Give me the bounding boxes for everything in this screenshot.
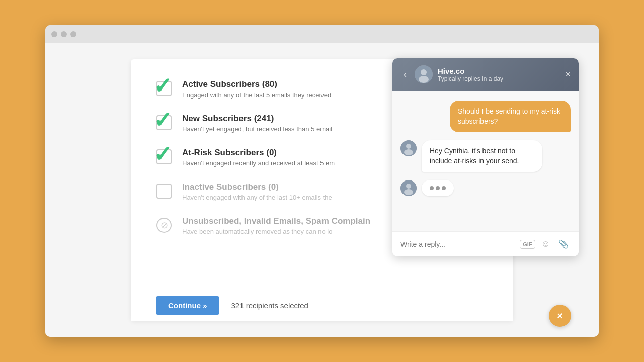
message-bubble-bot-1: Hey Cynthia, it's best not to include at… <box>422 140 542 172</box>
checkbox-active[interactable]: ✓ <box>156 80 172 97</box>
chat-input[interactable] <box>400 240 515 248</box>
chat-close-button[interactable]: × <box>565 69 571 80</box>
gif-button[interactable]: GIF <box>520 240 535 249</box>
checkbox-unsubscribed: ⊘ <box>156 217 172 233</box>
subscriber-text-inactive: Inactive Subscribers (0) Haven't engaged… <box>182 182 332 201</box>
typing-indicator <box>422 180 454 196</box>
subscriber-desc-active: Engaged with any of the last 5 emails th… <box>182 91 331 99</box>
checkmark-new: ✓ <box>153 109 172 131</box>
browser-content: ✓ Active Subscribers (80) Engaged with a… <box>45 43 599 337</box>
chat-input-actions: GIF ☺ 📎 <box>520 238 571 250</box>
checkbox-checked-active: ✓ <box>156 81 172 96</box>
svg-point-8 <box>404 189 413 195</box>
subscriber-desc-inactive: Haven't engaged with any of the last 10+… <box>182 194 332 201</box>
chat-messages: Should I be sending to my at-risk subscr… <box>392 90 579 231</box>
float-close-icon: × <box>557 310 563 322</box>
browser-titlebar <box>45 25 599 43</box>
bot-avatar-1 <box>400 140 417 156</box>
bot-avatar-typing <box>400 180 417 196</box>
attach-button[interactable]: 📎 <box>556 238 571 250</box>
chat-input-area: GIF ☺ 📎 <box>392 231 579 256</box>
message-user: Should I be sending to my at-risk subscr… <box>400 101 571 132</box>
recipients-text: 321 recipients selected <box>231 301 308 310</box>
browser-dot-yellow <box>61 31 67 37</box>
chat-back-button[interactable]: ‹ <box>400 68 410 81</box>
subscriber-title-new: New Subscribers (241) <box>182 114 332 124</box>
checkbox-checked-at-risk: ✓ <box>156 149 172 164</box>
chat-header-status: Typically replies in a day <box>438 75 560 82</box>
message-bot-1: Hey Cynthia, it's best not to include at… <box>400 140 571 172</box>
checkbox-checked-new: ✓ <box>156 115 172 130</box>
continue-button[interactable]: Continue » <box>156 296 219 315</box>
message-bot-typing <box>400 180 571 196</box>
svg-point-1 <box>421 69 427 75</box>
subscriber-title-active: Active Subscribers (80) <box>182 79 331 89</box>
checkmark-active: ✓ <box>153 75 172 97</box>
browser-dot-red <box>51 31 57 37</box>
svg-point-5 <box>404 149 413 155</box>
chat-header-name: Hive.co <box>438 67 560 75</box>
svg-point-4 <box>406 144 411 149</box>
emoji-button[interactable]: ☺ <box>539 238 552 250</box>
typing-dot-1 <box>430 186 434 190</box>
bottom-bar: Continue » 321 recipients selected <box>131 290 513 321</box>
svg-point-2 <box>419 76 429 83</box>
float-close-button[interactable]: × <box>549 305 571 327</box>
subscriber-desc-unsubscribed: Have been automatically removed as they … <box>182 228 370 235</box>
subscriber-text-new: New Subscribers (241) Haven't yet engage… <box>182 114 332 133</box>
subscriber-desc-at-risk: Haven't engaged recently and received at… <box>182 159 335 167</box>
checkbox-new[interactable]: ✓ <box>156 115 172 131</box>
checkmark-at-risk: ✓ <box>153 143 172 165</box>
checkbox-inactive[interactable] <box>156 183 172 199</box>
chat-avatar <box>415 65 433 83</box>
subscriber-text-at-risk: At-Risk Subscribers (0) Haven't engaged … <box>182 148 335 167</box>
chat-header-info: Hive.co Typically replies in a day <box>438 67 560 82</box>
subscriber-text-unsubscribed: Unsubscribed, Invalid Emails, Spam Compl… <box>182 216 370 235</box>
subscriber-text-active: Active Subscribers (80) Engaged with any… <box>182 79 331 99</box>
subscriber-desc-new: Haven't yet engaged, but received less t… <box>182 125 332 133</box>
chat-widget: ‹ Hive.co Typically replies in a day × <box>392 58 579 256</box>
svg-point-7 <box>406 184 411 189</box>
browser-window: ✓ Active Subscribers (80) Engaged with a… <box>45 25 599 337</box>
subscriber-title-at-risk: At-Risk Subscribers (0) <box>182 148 335 158</box>
typing-dot-3 <box>442 186 446 190</box>
checkbox-disabled-unsubscribed: ⊘ <box>156 218 172 233</box>
checkbox-empty-inactive <box>156 184 172 199</box>
typing-dot-2 <box>436 186 440 190</box>
subscriber-title-inactive: Inactive Subscribers (0) <box>182 182 332 192</box>
subscriber-title-unsubscribed: Unsubscribed, Invalid Emails, Spam Compl… <box>182 216 370 226</box>
browser-dot-green <box>70 31 76 37</box>
chat-header: ‹ Hive.co Typically replies in a day × <box>392 58 579 90</box>
message-bubble-user: Should I be sending to my at-risk subscr… <box>450 101 571 132</box>
checkbox-at-risk[interactable]: ✓ <box>156 149 172 165</box>
